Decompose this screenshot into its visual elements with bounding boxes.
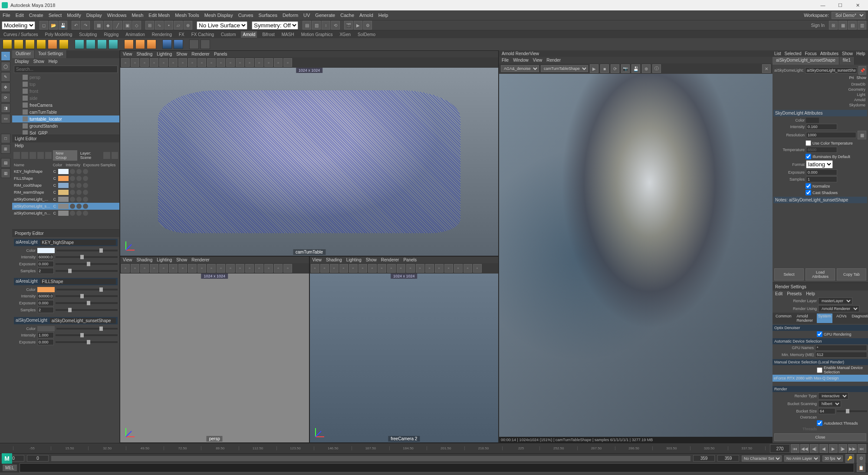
vp-tool-icon[interactable]: ▫ [339, 264, 348, 273]
pe-color-slider[interactable] [56, 289, 118, 290]
menu-cache[interactable]: Cache [340, 13, 354, 18]
vp-tool-icon[interactable]: ▫ [169, 264, 178, 273]
arn-file[interactable]: File [502, 58, 509, 63]
arn-cam-select[interactable]: camTurnTableShape [541, 65, 588, 72]
arn-close-icon[interactable]: ✕ [762, 64, 771, 73]
le-spot-icon[interactable] [30, 152, 36, 159]
attr-focus[interactable]: Focus [805, 51, 816, 56]
vp-tool-icon[interactable]: ▫ [150, 58, 158, 67]
range-end2[interactable] [717, 455, 739, 462]
rs-optix[interactable]: Optix Denoiser [773, 325, 868, 331]
pe-int-slider[interactable] [56, 256, 118, 258]
menu-mesh-tools[interactable]: Mesh Tools [175, 13, 199, 18]
menu-help[interactable]: Help [378, 13, 388, 18]
outliner-show[interactable]: Show [33, 59, 44, 64]
menu-select[interactable]: Select [49, 13, 62, 18]
render-globals-icon[interactable]: ⚙ [363, 21, 372, 30]
step-fwd-icon[interactable]: ▶▶ [848, 444, 857, 453]
pe-exposure[interactable] [37, 339, 54, 345]
attr-color-swatch[interactable] [806, 118, 819, 123]
le-refresh-icon[interactable] [103, 152, 110, 159]
shelf-fx[interactable]: FX [177, 31, 186, 38]
shelf-xgen[interactable]: XGen [338, 31, 352, 38]
shelf-volume-icon[interactable] [97, 40, 107, 49]
play-back-icon[interactable]: ◀ [819, 444, 828, 453]
vp-tool-icon[interactable]: ▫ [255, 58, 263, 67]
listin-icon[interactable]: ▤ [302, 21, 311, 30]
rs-using[interactable]: Arnold Renderer [818, 305, 859, 312]
le-point-icon[interactable] [21, 152, 28, 159]
shelf-curve-icon[interactable] [86, 40, 95, 49]
vp-shading[interactable]: Shading [137, 52, 153, 56]
shelf-animation[interactable]: Animation [124, 31, 146, 38]
fps-select[interactable]: 30 fps [822, 455, 843, 462]
vp-tool-icon[interactable]: ▫ [378, 264, 386, 273]
vp-tool-icon[interactable]: ▫ [236, 264, 244, 273]
rs-tab-system[interactable]: System [817, 313, 832, 323]
vp-br-renderer[interactable]: Renderer [381, 257, 399, 262]
paint-tool-icon[interactable]: ✎ [1, 72, 10, 82]
range-slider[interactable] [51, 456, 690, 461]
arn-window[interactable]: Window [513, 58, 529, 63]
vp-br-show[interactable]: Show [366, 257, 377, 262]
save-scene-icon[interactable]: 💾 [59, 21, 67, 30]
open-scene-icon[interactable]: 📂 [49, 21, 58, 30]
lasso-tool-icon[interactable]: ◯ [1, 62, 10, 71]
rs-edit[interactable]: Edit [775, 291, 783, 296]
light-row[interactable]: aiSkyDomeLight_sunsetShapeC [12, 203, 119, 210]
pe-samples[interactable] [37, 268, 54, 274]
pe-int-slider[interactable] [56, 295, 118, 297]
arnold-canvas[interactable] [499, 74, 773, 437]
vp-tool-icon[interactable]: ▫ [197, 58, 206, 67]
pe-color-slider[interactable] [56, 250, 118, 251]
vp-tool-icon[interactable]: ▫ [425, 264, 434, 273]
attr-load-btn[interactable]: Load Attributes [806, 268, 835, 280]
menu-edit-mesh[interactable]: Edit Mesh [148, 13, 170, 18]
typetab-arnold[interactable]: Arnold [854, 98, 865, 102]
le-iso-icon[interactable] [112, 152, 118, 159]
outliner-item[interactable]: camTurnTable [12, 109, 119, 115]
rs-manualdev[interactable]: Manual Device Selection (Local Render) [773, 359, 868, 365]
attr-castshadows[interactable] [806, 190, 811, 195]
typetab-geometry[interactable]: Geometry [848, 87, 865, 92]
attr-format[interactable]: latlong [806, 160, 833, 168]
vp-tool-icon[interactable]: ▫ [245, 58, 254, 67]
history-icon[interactable]: ↕ [322, 21, 330, 30]
pe-samp-slider[interactable] [56, 270, 118, 272]
attr-node-tab[interactable]: aiSkyDomeLight_sunsetShape [773, 57, 839, 65]
play-end-icon[interactable]: ⏭ [858, 444, 866, 453]
menu-create[interactable]: Create [29, 13, 43, 18]
snap-point-icon[interactable]: • [164, 21, 173, 30]
attr-show[interactable]: Show [842, 51, 853, 56]
snap-plane-icon[interactable]: ▱ [174, 21, 183, 30]
workspace-select[interactable]: Sol Demo* [832, 12, 865, 19]
arn-view[interactable]: View [533, 58, 542, 63]
vis-icon[interactable] [83, 204, 88, 209]
light-row[interactable]: FILLShapeC [12, 175, 119, 182]
pe-intensity[interactable] [37, 293, 54, 299]
attr-illuminates[interactable] [806, 154, 811, 159]
light-row[interactable]: RIM_warmShapeC [12, 189, 119, 196]
outliner-item[interactable]: turntable_locator [12, 115, 119, 122]
pe-int-slider[interactable] [56, 334, 118, 336]
attr-intensity[interactable] [806, 124, 837, 130]
attr-selected[interactable]: Selected [785, 51, 802, 56]
new-scene-icon[interactable]: ◻ [39, 21, 48, 30]
vp-tool-icon[interactable]: ▫ [178, 264, 187, 273]
rs-tab-diag[interactable]: Diagnostics [851, 313, 868, 323]
render-icon[interactable]: 🎬 [344, 21, 353, 30]
shelf-custom[interactable]: Custom [219, 31, 237, 38]
rs-tab-common[interactable]: Common [774, 313, 793, 323]
menu-windows[interactable]: Windows [107, 13, 127, 18]
arn-play-icon[interactable]: ▶ [590, 64, 598, 73]
rs-gpunames[interactable] [815, 345, 867, 351]
typetab-drawdb[interactable]: DrawDb [851, 82, 865, 86]
enable-icon[interactable] [70, 169, 75, 174]
play-start-icon[interactable]: ⏮ [791, 444, 799, 453]
prefs-icon[interactable]: ⚙ [857, 454, 865, 463]
enable-icon[interactable] [70, 190, 75, 195]
menu-uv[interactable]: UV [303, 13, 310, 18]
vp-tool-icon[interactable]: ▫ [159, 58, 168, 67]
pe-intensity[interactable] [37, 332, 54, 338]
attr-file-tab[interactable]: file1 [839, 57, 855, 65]
